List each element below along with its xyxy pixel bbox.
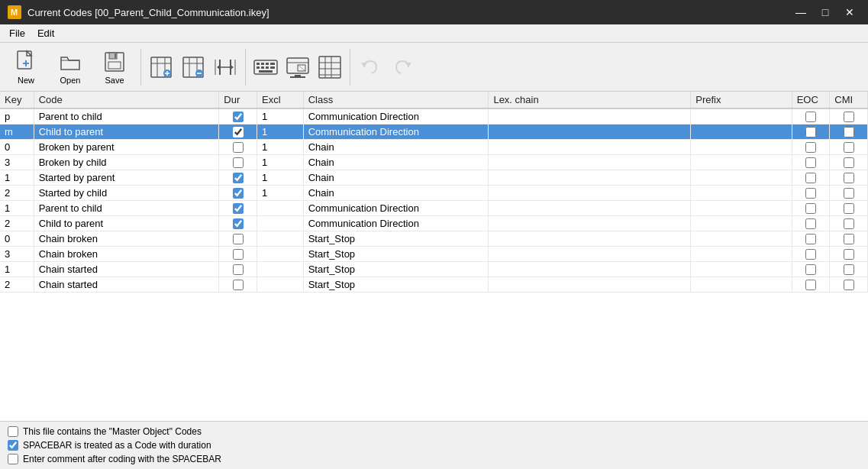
dur-checkbox[interactable] [233,249,244,260]
cell-dur[interactable] [219,170,257,186]
eoc-checkbox[interactable] [805,173,816,183]
cmi-checkbox[interactable] [844,127,854,137]
cmi-checkbox[interactable] [844,218,854,229]
cmi-checkbox[interactable] [844,280,854,290]
keyboard-button[interactable] [250,52,281,82]
cell-cmi[interactable] [830,125,868,140]
cell-dur[interactable] [219,155,257,170]
col-header-lex[interactable]: Lex. chain [489,92,691,108]
dur-checkbox[interactable] [233,127,244,137]
col-width-button[interactable] [210,52,240,82]
cell-cmi[interactable] [830,170,868,186]
menu-file[interactable]: File [3,26,31,40]
cell-dur[interactable] [219,140,257,155]
table-row[interactable]: 0Broken by parent1Chain [0,140,868,155]
dur-checkbox[interactable] [233,112,244,122]
table-row[interactable]: 2Started by child1Chain [0,186,868,201]
col-header-dur[interactable]: Dur [219,92,257,108]
cell-dur[interactable] [219,108,257,125]
table-container[interactable]: Key Code Dur Excl Class Lex. chain Prefi… [0,92,868,421]
dur-checkbox[interactable] [233,264,244,275]
redo-button[interactable] [387,52,418,82]
cell-eoc[interactable] [792,186,830,201]
table-row[interactable]: 0Chain brokenStart_Stop [0,231,868,247]
cell-cmi[interactable] [830,186,868,201]
window-button[interactable] [282,52,313,82]
eoc-checkbox[interactable] [805,280,816,290]
col-header-prefix[interactable]: Prefix [691,92,792,108]
table-row[interactable]: 3Chain brokenStart_Stop [0,247,868,262]
eoc-checkbox[interactable] [805,127,816,137]
cell-cmi[interactable] [830,277,868,293]
dur-checkbox[interactable] [233,218,244,229]
dur-checkbox[interactable] [233,280,244,290]
col-header-code[interactable]: Code [34,92,219,108]
comment-checkbox[interactable] [8,454,18,464]
master-checkbox[interactable] [8,426,18,437]
cell-eoc[interactable] [792,277,830,293]
cell-dur[interactable] [219,262,257,277]
eoc-checkbox[interactable] [805,157,816,168]
cell-eoc[interactable] [792,125,830,140]
cell-eoc[interactable] [792,247,830,262]
table-row[interactable]: 2Chain startedStart_Stop [0,277,868,293]
col-header-excl[interactable]: Excl [257,92,304,108]
table-row[interactable]: 1Parent to childCommunication Direction [0,201,868,216]
eoc-checkbox[interactable] [805,188,816,199]
cmi-checkbox[interactable] [844,264,854,275]
undo-button[interactable] [355,52,386,82]
cmi-checkbox[interactable] [844,249,854,260]
spacebar-checkbox[interactable] [8,440,18,451]
eoc-checkbox[interactable] [805,249,816,260]
spreadsheet-button[interactable] [315,52,345,82]
open-button[interactable]: Open [49,46,92,89]
remove-col-button[interactable] [178,52,208,82]
col-header-key[interactable]: Key [0,92,34,108]
table-row[interactable]: mChild to parent1Communication Direction [0,125,868,140]
close-button[interactable]: ✕ [839,4,860,21]
table-row[interactable]: 2Child to parentCommunication Direction [0,216,868,231]
cmi-checkbox[interactable] [844,188,854,199]
cell-cmi[interactable] [830,262,868,277]
cell-dur[interactable] [219,216,257,231]
cell-cmi[interactable] [830,140,868,155]
eoc-checkbox[interactable] [805,264,816,275]
col-header-cmi[interactable]: CMI [830,92,868,108]
dur-checkbox[interactable] [233,188,244,199]
dur-checkbox[interactable] [233,157,244,168]
cmi-checkbox[interactable] [844,173,854,183]
cell-cmi[interactable] [830,247,868,262]
cell-eoc[interactable] [792,216,830,231]
cmi-checkbox[interactable] [844,112,854,122]
cmi-checkbox[interactable] [844,142,854,153]
cell-cmi[interactable] [830,216,868,231]
dur-checkbox[interactable] [233,234,244,244]
cell-dur[interactable] [219,125,257,140]
cell-cmi[interactable] [830,155,868,170]
cmi-checkbox[interactable] [844,157,854,168]
eoc-checkbox[interactable] [805,142,816,153]
dur-checkbox[interactable] [233,203,244,214]
cell-eoc[interactable] [792,140,830,155]
menu-edit[interactable]: Edit [31,26,60,40]
cell-eoc[interactable] [792,108,830,125]
table-row[interactable]: 1Chain startedStart_Stop [0,262,868,277]
cell-dur[interactable] [219,247,257,262]
eoc-checkbox[interactable] [805,234,816,244]
cell-cmi[interactable] [830,201,868,216]
cell-eoc[interactable] [792,231,830,247]
cell-eoc[interactable] [792,155,830,170]
minimize-button[interactable]: — [790,4,812,21]
cmi-checkbox[interactable] [844,203,854,214]
cell-eoc[interactable] [792,170,830,186]
eoc-checkbox[interactable] [805,218,816,229]
maximize-button[interactable]: □ [815,4,836,21]
add-col-button[interactable] [146,52,176,82]
dur-checkbox[interactable] [233,142,244,153]
col-header-class[interactable]: Class [303,92,489,108]
dur-checkbox[interactable] [233,173,244,183]
eoc-checkbox[interactable] [805,112,816,122]
table-row[interactable]: 3Broken by child1Chain [0,155,868,170]
cell-cmi[interactable] [830,231,868,247]
cmi-checkbox[interactable] [844,234,854,244]
